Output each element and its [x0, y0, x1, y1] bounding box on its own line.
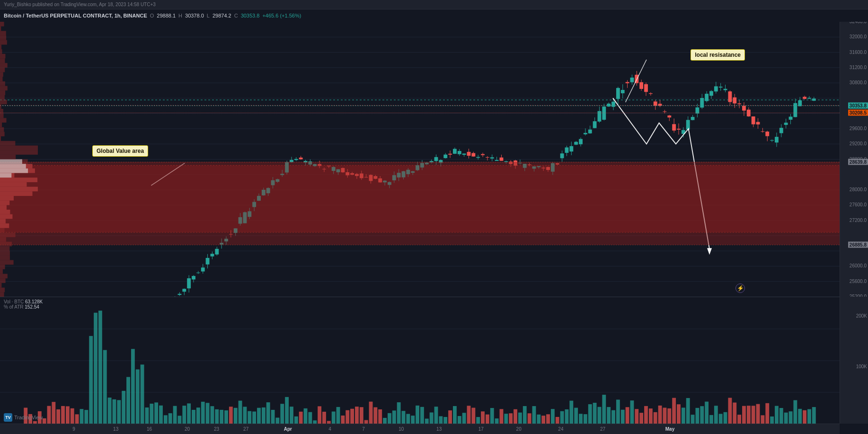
global-value-area-label: Global Value area: [97, 148, 144, 154]
volume-indicator-info: Vol · BTC 63.128K % of ATR 152.54: [4, 299, 43, 310]
global-value-area-annotation: Global Value area: [92, 145, 148, 157]
vol-label: Vol · BTC: [4, 299, 24, 304]
main-chart: Global Value area local resisatance ⚡: [0, 22, 840, 297]
value-area-fill: [0, 162, 840, 244]
price-change: +465.6 (+1.56%): [262, 13, 301, 18]
poc-price-label: 30208.5: [848, 109, 868, 115]
chart-container: Yuriy_Bishko published on TradingView.co…: [0, 0, 868, 434]
resistance-line: [0, 106, 840, 106]
price-axis: 30353.8 30208.5 28639.8 26885.8: [840, 22, 868, 297]
publish-info: Yuriy_Bishko published on TradingView.co…: [4, 2, 156, 7]
volume-profile-canvas: [0, 22, 40, 297]
close-value: 30353.8: [241, 13, 260, 18]
atr-label: % of ATR: [4, 304, 24, 310]
volume-canvas: [0, 297, 840, 424]
time-axis: [0, 424, 840, 434]
volume-axis: 200K 100K: [840, 297, 868, 424]
time-axis-canvas: [0, 424, 840, 434]
vol-value: 63.128K: [25, 299, 43, 304]
high-label: H: [178, 13, 182, 18]
symbol-bar: Bitcoin / TetherUS PERPETUAL CONTRACT, 1…: [0, 9, 840, 22]
volume-chart: Vol · BTC 63.128K % of ATR 152.54: [0, 297, 840, 424]
low-label: L: [207, 13, 210, 18]
symbol-name: Bitcoin / TetherUS PERPETUAL CONTRACT, 1…: [4, 13, 147, 18]
open-value: 29888.1: [157, 13, 176, 18]
lightning-icon: ⚡: [735, 283, 745, 293]
poc-line: [0, 113, 840, 113]
local-resistance-label: local resisatance: [695, 52, 741, 58]
vol-200k-label: 200K: [856, 313, 867, 319]
value-area-high-line: [0, 162, 840, 162]
header-bar: Yuriy_Bishko published on TradingView.co…: [0, 0, 868, 9]
current-price-label: 30353.8: [848, 103, 868, 109]
value-area-low-label: 26885.8: [848, 241, 868, 248]
value-area-low-line: [0, 245, 840, 245]
tv-icon: TV: [4, 413, 12, 422]
high-value: 30378.0: [185, 13, 204, 18]
open-label: O: [150, 13, 154, 18]
atr-value: 152.54: [25, 304, 39, 310]
vol-100k-label: 100K: [856, 364, 867, 369]
tradingview-logo: TV TradingView: [4, 413, 43, 422]
local-resistance-annotation: local resisatance: [691, 49, 745, 61]
close-label: C: [234, 13, 238, 18]
value-area-high-label: 28639.8: [848, 159, 868, 165]
low-value: 29874.2: [213, 13, 231, 18]
tv-text: TradingView: [14, 415, 43, 420]
main-canvas: [0, 22, 840, 297]
